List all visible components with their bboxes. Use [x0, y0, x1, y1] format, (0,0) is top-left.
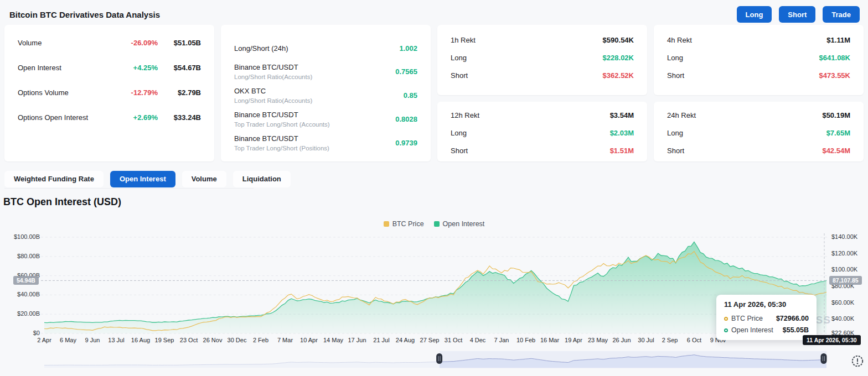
axis-tick-label: $120.00K — [831, 250, 865, 257]
ratio-sublabel: Top Trader Long/Short (Accounts) — [234, 121, 395, 128]
ratio-row-okx-accounts: OKX BTC Long/Short Ratio(Accounts) 0.85 — [234, 87, 417, 104]
chart-tooltip: 11 Apr 2026, 05:30 BTC Price $72966.00 O… — [716, 295, 817, 340]
stat-value: $51.05B — [158, 39, 201, 47]
derivatives-dashboard: Bitcoin BTC Derivatives Data Analysis Lo… — [0, 0, 868, 376]
ratio-value: 0.85 — [404, 91, 417, 100]
rekt-title: 1h Rekt — [451, 36, 603, 44]
stat-row-volume: Volume -26.09% $51.05B — [18, 37, 201, 48]
tabs-divider — [4, 188, 254, 189]
rekt-short-label: Short — [667, 71, 819, 80]
stat-label: Open Interest — [18, 64, 107, 72]
axis-tick-label: $140.00K — [831, 233, 865, 240]
rekt-total: $3.54M — [610, 111, 634, 119]
legend-item-btc-price[interactable]: BTC Price — [384, 220, 424, 228]
ratio-value: 1.002 — [399, 44, 417, 53]
axis-tick-label: $20.00B — [11, 310, 40, 317]
trade-button[interactable]: Trade — [823, 6, 860, 23]
tooltip-series-value: $72966.00 — [776, 315, 809, 322]
chart-legend: BTC Price Open Interest — [0, 220, 868, 228]
rekt-long-label: Long — [451, 129, 610, 137]
rekt-short-label: Short — [451, 71, 603, 80]
short-button[interactable]: Short — [779, 6, 815, 23]
rekt-long-label: Long — [667, 54, 819, 62]
axis-tick-label: $100.00B — [11, 233, 40, 240]
ratio-label: Binance BTC/USDT — [234, 134, 395, 143]
ratio-row-top-trader-positions: Binance BTC/USDT Top Trader Long/Short (… — [234, 134, 417, 152]
ratio-value: 0.7565 — [395, 67, 417, 76]
tab-open-interest[interactable]: Open Interest — [110, 171, 175, 187]
ratio-label: Long/Short (24h) — [234, 44, 399, 53]
tab-liquidation[interactable]: Liquidation — [233, 171, 291, 187]
nav-handle-left[interactable] — [436, 353, 442, 364]
rekt-short-value: $473.55K — [819, 71, 850, 80]
tooltip-series-name: BTC Price — [731, 315, 763, 322]
axis-tick-label: $40.00B — [11, 291, 40, 297]
long-short-ratio-card: Long/Short (24h) 1.002 Binance BTC/USDT … — [221, 25, 431, 161]
stat-row-open-interest: Open Interest +4.25% $54.67B — [18, 62, 201, 73]
rekt-total: $1.11M — [826, 36, 850, 44]
ratio-label: Binance BTC/USDT — [234, 111, 395, 119]
legend-label: Open Interest — [443, 220, 485, 228]
tab-weighted-funding-rate[interactable]: Weighted Funding Rate — [4, 171, 104, 187]
rekt-long-label: Long — [451, 54, 603, 62]
legend-item-open-interest[interactable]: Open Interest — [434, 220, 485, 228]
tooltip-date: 11 Apr 2026, 05:30 — [724, 300, 809, 309]
navigator-unselected-mask — [44, 351, 440, 368]
rekt-card-12h: 12h Rekt$3.54M Long$2.03M Short$1.51M — [437, 102, 647, 161]
rekt-long-value: $7.65M — [826, 129, 850, 137]
rekt-title: 24h Rekt — [667, 111, 822, 119]
stat-label: Options Open Interest — [18, 113, 107, 122]
nav-handle-right[interactable] — [821, 353, 827, 364]
header-actions: Long Short Trade — [737, 6, 860, 23]
ratio-value: 0.9739 — [395, 139, 417, 147]
axis-tick-label: $100.00K — [831, 266, 865, 273]
rekt-short-value: $42.54M — [822, 147, 850, 155]
ratio-sublabel: Long/Short Ratio(Accounts) — [234, 74, 395, 80]
tooltip-row-open-interest: Open Interest $55.05B — [724, 326, 809, 334]
btc-price-swatch-icon — [384, 221, 389, 227]
chart-settings-icon[interactable] — [850, 354, 865, 368]
tooltip-series-name: Open Interest — [731, 326, 773, 334]
navigator-selected-range[interactable] — [440, 351, 826, 368]
latest-open-interest-badge: 54.94B — [13, 276, 39, 285]
stat-label: Options Volume — [18, 88, 107, 97]
stat-value: $33.24B — [158, 113, 201, 122]
ratio-sublabel: Top Trader Long/Short (Positions) — [234, 145, 395, 152]
axis-tick-label: $0 — [11, 330, 40, 336]
tab-volume[interactable]: Volume — [182, 171, 226, 187]
stat-change: +4.25% — [107, 64, 158, 72]
rekt-card-1h: 1h Rekt$590.54K Long$228.02K Short$362.5… — [437, 25, 647, 95]
open-interest-dot-icon — [724, 328, 728, 332]
rekt-total: $50.19M — [822, 111, 850, 119]
stat-value: $54.67B — [158, 64, 201, 72]
long-button[interactable]: Long — [737, 6, 772, 23]
axis-pointer-date-badge: 11 Apr 2026, 05:30 — [803, 335, 861, 345]
ratio-label: Binance BTC/USDT — [234, 63, 395, 71]
rekt-long-label: Long — [667, 129, 826, 137]
ratio-row-binance-accounts: Binance BTC/USDT Long/Short Ratio(Accoun… — [234, 63, 417, 80]
rekt-long-value: $228.02K — [603, 54, 634, 62]
ratio-row-top-trader-accounts: Binance BTC/USDT Top Trader Long/Short (… — [234, 111, 417, 128]
chart-range-navigator[interactable] — [0, 351, 868, 370]
stat-label: Volume — [18, 39, 107, 47]
rekt-card-24h: 24h Rekt$50.19M Long$7.65M Short$42.54M — [654, 102, 864, 161]
rekt-short-label: Short — [667, 147, 822, 155]
legend-label: BTC Price — [392, 220, 424, 228]
rekt-short-label: Short — [451, 147, 610, 155]
stat-value: $2.79B — [158, 88, 201, 97]
stat-change: -12.79% — [107, 88, 158, 97]
chart-tabs: Weighted Funding Rate Open Interest Volu… — [4, 171, 291, 187]
ratio-row-24h: Long/Short (24h) 1.002 — [234, 40, 417, 56]
rekt-short-value: $1.51M — [610, 147, 634, 155]
stat-row-options-open-interest: Options Open Interest +2.69% $33.24B — [18, 112, 201, 123]
open-interest-area — [44, 242, 826, 334]
rekt-long-value: $2.03M — [610, 129, 634, 137]
tooltip-series-value: $55.05B — [783, 326, 809, 334]
axis-tick-label: $60.00K — [831, 299, 865, 306]
rekt-title: 12h Rekt — [451, 111, 610, 119]
axis-tick-label: $40.00K — [831, 315, 865, 322]
chart-title: BTC Open Interest (USD) — [3, 196, 121, 208]
rekt-total: $590.54K — [603, 36, 634, 44]
page-title: Bitcoin BTC Derivatives Data Analysis — [9, 10, 160, 19]
rekt-title: 4h Rekt — [667, 36, 826, 44]
